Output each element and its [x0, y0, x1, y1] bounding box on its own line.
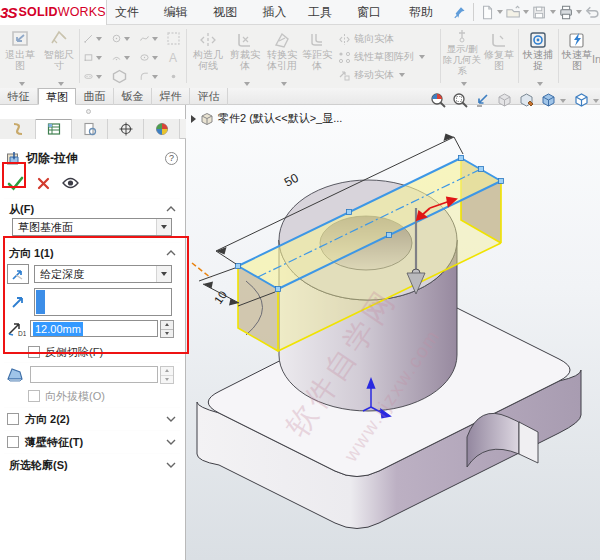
tab-evaluate[interactable]: 评估 [190, 88, 228, 105]
reverse-direction-button[interactable] [7, 264, 29, 284]
zoom-fit-icon[interactable] [430, 92, 447, 109]
display-manager-tab[interactable] [144, 119, 180, 139]
polygon-tool-icon[interactable] [112, 68, 132, 85]
undo-icon[interactable] [585, 4, 599, 21]
trim-entities-caret[interactable] [244, 82, 250, 86]
tab-weldments[interactable]: 焊件 [152, 88, 190, 105]
help-icon[interactable]: ? [165, 152, 178, 165]
linear-pattern-caret[interactable] [419, 55, 425, 59]
quick-snaps-button[interactable]: 快速捕捉 [521, 27, 555, 87]
zoom-area-icon[interactable] [452, 92, 469, 109]
line-tool-icon[interactable] [84, 30, 104, 47]
tab-features[interactable]: 特征 [0, 88, 38, 105]
arc-tool-icon[interactable] [112, 49, 132, 66]
slot-tool-icon[interactable] [84, 68, 104, 85]
tab-sketch[interactable]: 草图 [38, 88, 76, 105]
point-tool-icon[interactable] [166, 68, 186, 85]
move-entities-button[interactable]: 移动实体 [338, 67, 438, 83]
flip-side-checkbox[interactable] [28, 346, 40, 358]
move-entities-caret[interactable] [399, 73, 405, 77]
menu-insert[interactable]: 插入(I) [255, 0, 300, 25]
cancel-button[interactable] [37, 177, 50, 190]
menu-view[interactable]: 视图(V) [205, 0, 254, 25]
circle-tool-icon[interactable] [112, 30, 132, 47]
quick-snaps-caret[interactable] [537, 82, 543, 86]
print-caret[interactable] [576, 10, 582, 14]
direction2-section-header[interactable]: 方向 2(2) [0, 411, 186, 427]
display-style-icon[interactable] [573, 92, 590, 109]
chevron-down-icon[interactable] [166, 439, 176, 445]
menu-file[interactable]: 文件(F) [107, 0, 156, 25]
menu-help[interactable]: 帮助(H) [401, 0, 451, 25]
draft-angle-input[interactable] [30, 366, 158, 383]
draft-angle-icon[interactable] [6, 366, 24, 382]
model-3d-view[interactable]: 软件自学网 www.rjzxw.com 50 10 [186, 105, 600, 560]
menu-edit[interactable]: 编辑(E) [156, 0, 205, 25]
save-icon[interactable] [532, 4, 546, 21]
flyout-feature-tree[interactable]: 零件2 (默认<<默认>_显... [191, 111, 342, 126]
mirror-entities-button[interactable]: 镜向实体 [338, 31, 438, 47]
pin-menu-icon[interactable] [453, 4, 467, 21]
display-style-group[interactable] [573, 92, 600, 109]
trim-entities-button[interactable]: 剪裁实体 [228, 27, 262, 87]
offset-entities-button[interactable]: 等距实体 [300, 27, 334, 87]
view-orientation-group[interactable] [540, 92, 568, 109]
view-orientation-icon[interactable] [540, 92, 557, 109]
menu-tools[interactable]: 工具(T) [300, 0, 349, 25]
smart-dimension-button[interactable]: 智能尺寸 [42, 27, 76, 87]
thin-feature-checkbox[interactable] [7, 436, 19, 448]
property-manager-tab[interactable] [36, 119, 72, 139]
dimxpert-manager-tab[interactable] [108, 119, 144, 139]
smart-dimension-caret[interactable] [58, 82, 64, 86]
ok-button[interactable] [7, 175, 24, 192]
menu-window[interactable]: 窗口(W) [349, 0, 401, 25]
draft-outward-checkbox[interactable] [28, 390, 40, 402]
convert-entities-caret[interactable] [281, 82, 287, 86]
exit-sketch-caret[interactable] [19, 82, 25, 86]
chevron-up-icon[interactable] [166, 206, 176, 212]
repair-sketch-button[interactable]: 修复草图 [483, 27, 515, 87]
ellipse-tool-icon[interactable] [140, 49, 160, 66]
draft-angle-spinner[interactable] [160, 366, 174, 384]
spline-tool-icon[interactable] [140, 30, 160, 47]
configuration-manager-tab[interactable] [72, 119, 108, 139]
rectangle-tool-icon[interactable] [84, 49, 104, 66]
thin-feature-section-header[interactable]: 薄壁特征(T) [0, 434, 186, 450]
text-tool-icon[interactable]: A [166, 49, 186, 66]
chevron-up-icon[interactable] [166, 250, 176, 256]
tab-sheet-metal[interactable]: 钣金 [114, 88, 152, 105]
depth-spinner[interactable] [160, 320, 174, 338]
tree-expand-arrow[interactable] [191, 115, 196, 123]
convert-entities-button[interactable]: 转换实体引用 [264, 27, 300, 87]
new-document-icon[interactable] [480, 4, 494, 21]
print-icon[interactable] [559, 4, 573, 21]
open-icon[interactable] [506, 4, 520, 21]
exit-sketch-button[interactable]: 退出草图 [2, 27, 38, 87]
tab-surfaces[interactable]: 曲面 [76, 88, 114, 105]
previous-view-icon[interactable] [474, 92, 491, 109]
open-caret[interactable] [523, 10, 529, 14]
direction2-checkbox[interactable] [7, 413, 19, 425]
chevron-down-icon[interactable] [166, 416, 176, 422]
edit-appearance-icon[interactable] [518, 92, 535, 109]
rapid-sketch-button[interactable]: 快速草图 [561, 27, 593, 87]
panel-splitter-handle[interactable] [86, 109, 91, 114]
section-view-icon[interactable] [496, 92, 513, 109]
graphics-viewport[interactable]: 零件2 (默认<<默认>_显... [186, 105, 600, 560]
from-condition-dropdown[interactable]: 草图基准面 [12, 218, 172, 236]
sketch-picture-icon[interactable] [166, 30, 186, 47]
linear-pattern-button[interactable]: 线性草图阵列 [338, 49, 448, 65]
preview-eye-button[interactable] [62, 177, 79, 189]
selected-contours-section-header[interactable]: 所选轮廓(S) [0, 457, 186, 473]
direction-reference-listbox[interactable] [34, 288, 172, 316]
depth-input[interactable]: 12.00mm [30, 320, 158, 337]
display-delete-relations-caret[interactable] [461, 82, 467, 86]
new-document-caret[interactable] [497, 10, 503, 14]
end-condition-dropdown[interactable]: 给定深度 [34, 265, 172, 283]
chevron-down-icon[interactable] [166, 462, 176, 468]
save-caret[interactable] [550, 10, 556, 14]
from-section-header[interactable]: 从(F) [0, 201, 186, 217]
construction-geometry-button[interactable]: 构造几何线 [190, 27, 226, 87]
feature-manager-tab[interactable] [0, 119, 36, 139]
display-delete-relations-button[interactable]: 显示/删除几何关系 [443, 27, 481, 87]
